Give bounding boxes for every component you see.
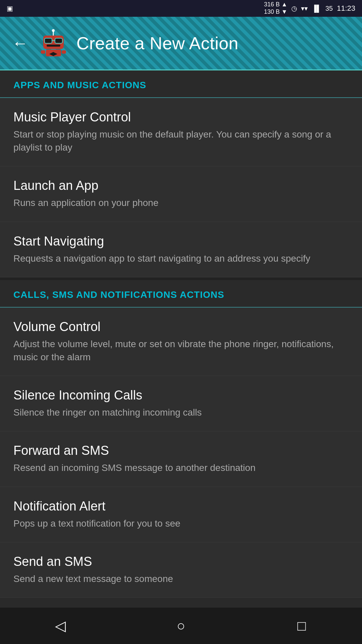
nav-recent-button[interactable]: □ (290, 614, 313, 638)
status-left: ▣ (7, 4, 13, 12)
list-item-launch-app[interactable]: Launch an App Runs an application on you… (0, 166, 362, 222)
item-desc-launch-app: Runs an application on your phone (13, 196, 349, 209)
list-item-send-sms[interactable]: Send an SMS Send a new text message to s… (0, 542, 362, 598)
list-item-forward-sms[interactable]: Forward an SMS Resend an incoming SMS me… (0, 431, 362, 487)
app-icon (38, 28, 68, 58)
section-title-apps-music: APPS AND MUSIC ACTIONS (13, 80, 146, 90)
svg-rect-8 (41, 50, 45, 54)
alarm-icon: ◷ (291, 4, 297, 12)
nav-back-icon: ◁ (55, 618, 66, 634)
battery-level: 35 (325, 5, 333, 12)
signal-icon: ▐▌ (312, 5, 321, 12)
back-button[interactable]: ← (10, 34, 30, 52)
list-item-music-player[interactable]: Music Player Control Start or stop playi… (0, 98, 362, 166)
item-title-silence-calls: Silence Incoming Calls (13, 388, 349, 402)
item-desc-notification-alert: Pops up a text notification for you to s… (13, 517, 349, 530)
list-item-silence-calls[interactable]: Silence Incoming Calls Silence the ringe… (0, 376, 362, 431)
item-title-start-navigating: Start Navigating (13, 234, 349, 249)
nav-recent-icon: □ (297, 618, 306, 634)
item-title-launch-app: Launch an App (13, 178, 349, 193)
battery-icon: 35 (325, 5, 333, 12)
item-title-music-player: Music Player Control (13, 110, 349, 124)
list-item-notification-alert[interactable]: Notification Alert Pops up a text notifi… (0, 487, 362, 542)
item-desc-music-player: Start or stop playing music on the defau… (13, 128, 349, 154)
gallery-icon: ▣ (7, 4, 13, 12)
clock: 11:23 (337, 4, 355, 13)
section-title-calls-sms: CALLS, SMS AND NOTIFICATIONS ACTIONS (13, 289, 224, 300)
item-title-send-sms: Send an SMS (13, 554, 349, 569)
wifi-icon: ▾▾ (301, 4, 308, 12)
nav-home-button[interactable]: ○ (169, 614, 193, 638)
list-item-start-navigating[interactable]: Start Navigating Requests a navigation a… (0, 222, 362, 277)
item-title-forward-sms: Forward an SMS (13, 443, 349, 458)
network-info: 316 B ▲ 130 B ▼ (264, 1, 287, 15)
item-title-volume-control: Volume Control (13, 320, 349, 334)
app-bar: ← Create a New Action (0, 17, 362, 70)
item-desc-send-sms: Send a new text message to someone (13, 572, 349, 585)
section-header-apps-music: APPS AND MUSIC ACTIONS (0, 70, 362, 98)
network-down: 130 B ▼ (264, 8, 287, 16)
item-desc-start-navigating: Requests a navigation app to start navig… (13, 252, 349, 265)
section-separator (0, 277, 362, 280)
page-title: Create a New Action (76, 33, 239, 53)
status-bar: ▣ 316 B ▲ 130 B ▼ ◷ ▾▾ ▐▌ 35 11:23 (0, 0, 362, 17)
nav-home-icon: ○ (177, 618, 185, 634)
svg-point-1 (52, 29, 55, 32)
svg-rect-6 (47, 45, 60, 47)
robot-icon (39, 29, 68, 57)
item-desc-volume-control: Adjust the volume level, mute or set on … (13, 337, 349, 364)
item-desc-silence-calls: Silence the ringer on matching incoming … (13, 406, 349, 419)
item-desc-forward-sms: Resend an incoming SMS message to anothe… (13, 461, 349, 474)
svg-rect-4 (55, 38, 62, 43)
nav-bar: ◁ ○ □ (0, 607, 362, 644)
svg-rect-3 (45, 38, 52, 43)
section-header-calls-sms: CALLS, SMS AND NOTIFICATIONS ACTIONS (0, 280, 362, 308)
nav-back-button[interactable]: ◁ (49, 614, 72, 638)
item-title-notification-alert: Notification Alert (13, 499, 349, 514)
svg-rect-9 (62, 50, 66, 54)
list-item-volume-control[interactable]: Volume Control Adjust the volume level, … (0, 308, 362, 376)
network-up: 316 B ▲ (264, 1, 287, 8)
